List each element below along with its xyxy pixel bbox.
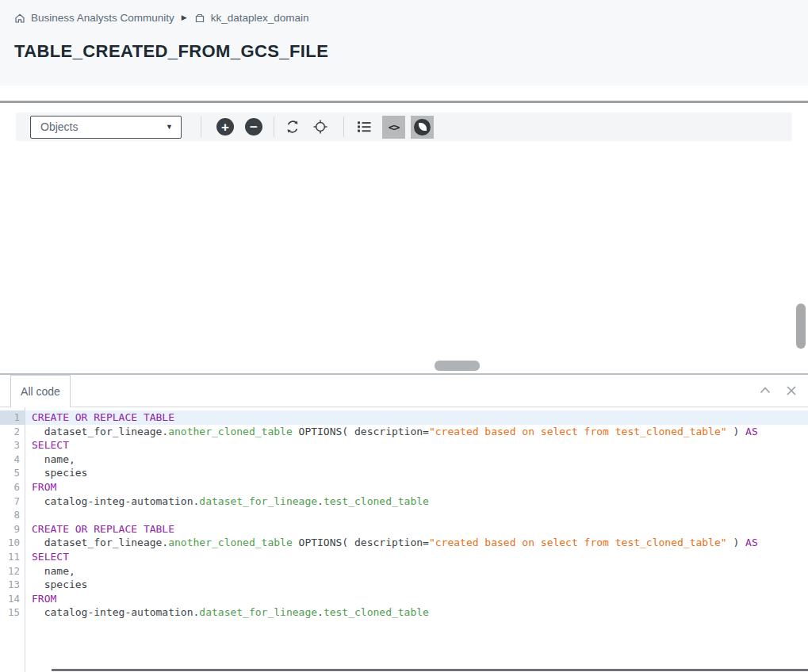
plus-icon: + [221, 120, 229, 134]
close-icon [784, 384, 798, 398]
list-view-button[interactable] [356, 119, 372, 135]
zoom-out-button[interactable]: − [245, 118, 262, 136]
line-number: 8 [0, 508, 25, 522]
breadcrumb: Business Analysts Community ▶ kk_dataple… [14, 12, 309, 24]
zoom-in-button[interactable]: + [216, 118, 234, 136]
tab-all-code-label: All code [21, 385, 60, 398]
code-line[interactable]: catalog-integ-automation.dataset_for_lin… [25, 494, 808, 509]
minus-icon: − [250, 120, 258, 134]
view-mode-value: Objects [40, 120, 78, 133]
canvas-vertical-scrollbar[interactable] [796, 304, 806, 349]
panel-resize-handle[interactable] [435, 361, 480, 371]
collapse-panel-button[interactable] [758, 384, 772, 398]
code-line[interactable]: FROM [25, 592, 808, 606]
code-line[interactable]: FROM [25, 480, 808, 494]
code-gutter: 123456789101112131415 [0, 407, 25, 672]
line-number: 7 [0, 494, 25, 509]
code-line[interactable]: catalog-integ-automation.dataset_for_lin… [25, 605, 808, 620]
domain-icon [194, 13, 205, 24]
list-icon [356, 119, 372, 135]
code-line[interactable]: dataset_for_lineage.another_cloned_table… [25, 536, 808, 550]
code-line[interactable]: name, [25, 452, 808, 467]
line-number: 10 [0, 536, 25, 550]
toolbar-divider [201, 116, 201, 137]
line-number: 15 [0, 605, 25, 620]
code-horizontal-scrollbar[interactable] [52, 669, 808, 671]
page-title: TABLE_CREATED_FROM_GCS_FILE [14, 41, 328, 62]
breadcrumb-domain-label: kk_dataplex_domain [211, 12, 309, 24]
breadcrumb-domain-link[interactable]: kk_dataplex_domain [211, 12, 309, 24]
fit-to-view-button[interactable] [312, 119, 328, 135]
code-line[interactable]: SELECT [25, 438, 808, 452]
tab-all-code[interactable]: All code [10, 375, 71, 407]
refresh-layout-button[interactable] [285, 119, 301, 135]
page-header: Business Analysts Community ▶ kk_dataple… [0, 0, 808, 86]
code-line[interactable]: dataset_for_lineage.another_cloned_table… [25, 425, 808, 439]
community-icon [14, 13, 25, 24]
line-number: 3 [0, 438, 25, 452]
toolbar-divider [274, 116, 274, 137]
code-panel: All code 123456789101112131415 CREATE OR… [0, 373, 808, 672]
lineage-toolbar: Objects ▼ + − [16, 113, 792, 141]
toolbar-divider [343, 116, 344, 137]
code-line[interactable]: CREATE OR REPLACE TABLE [25, 522, 808, 536]
header-splitter-bar[interactable] [0, 101, 808, 103]
line-number: 1 [0, 410, 25, 425]
line-number: 12 [0, 564, 25, 578]
breadcrumb-separator-icon: ▶ [180, 14, 189, 21]
line-number: 2 [0, 425, 25, 439]
code-line[interactable]: species [25, 578, 808, 592]
code-editor: 123456789101112131415 CREATE OR REPLACE … [0, 407, 808, 672]
code-icon: <> [389, 121, 400, 133]
code-panel-tabbar: All code [0, 375, 808, 407]
pen-icon [414, 119, 431, 136]
code-line[interactable]: SELECT [25, 550, 808, 564]
show-code-button[interactable]: <> [382, 116, 405, 139]
code-line[interactable]: name, [25, 564, 808, 578]
close-panel-button[interactable] [784, 384, 798, 398]
refresh-icon [285, 119, 301, 135]
line-number: 13 [0, 578, 25, 592]
trace-pen-button[interactable] [411, 116, 434, 139]
line-number: 5 [0, 466, 25, 480]
line-number: 9 [0, 522, 25, 536]
breadcrumb-community-label: Business Analysts Community [31, 12, 174, 24]
line-number: 6 [0, 480, 25, 494]
chevron-down-icon: ▼ [166, 123, 173, 131]
line-number: 4 [0, 452, 25, 467]
code-line[interactable]: CREATE OR REPLACE TABLE [25, 410, 808, 425]
lineage-canvas[interactable]: DATASET_FOR_LINEAGE.TEST_CLONED_TABLE DA… [0, 141, 808, 373]
crosshair-icon [312, 119, 328, 135]
line-number: 11 [0, 550, 25, 564]
line-number: 14 [0, 592, 25, 606]
code-line[interactable]: species [25, 466, 808, 480]
code-lines: CREATE OR REPLACE TABLE dataset_for_line… [25, 407, 808, 672]
chevron-up-icon [758, 384, 772, 398]
breadcrumb-community-link[interactable]: Business Analysts Community [31, 12, 174, 24]
code-line[interactable] [25, 508, 808, 522]
view-mode-select[interactable]: Objects ▼ [30, 116, 182, 139]
